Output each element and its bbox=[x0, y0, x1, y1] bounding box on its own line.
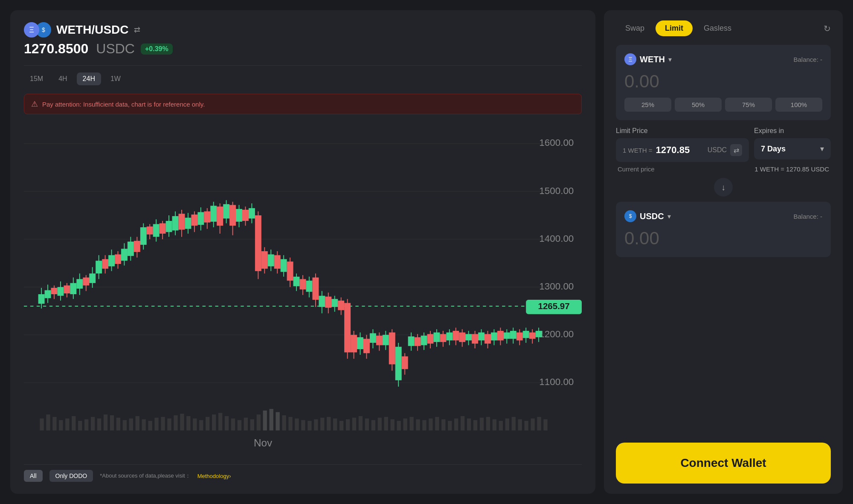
svg-text:1500.00: 1500.00 bbox=[539, 185, 574, 196]
svg-rect-51 bbox=[270, 409, 273, 430]
pct-100-button[interactable]: 100% bbox=[775, 98, 822, 112]
svg-rect-31 bbox=[142, 419, 146, 430]
svg-rect-53 bbox=[282, 415, 286, 431]
chart-svg: 1600.00 1500.00 1400.00 1300.00 1200.00 … bbox=[24, 123, 582, 459]
svg-rect-122 bbox=[121, 249, 128, 261]
svg-rect-170 bbox=[274, 255, 281, 269]
svg-rect-36 bbox=[174, 415, 177, 431]
weth-amount[interactable]: 0.00 bbox=[624, 71, 822, 92]
svg-rect-196 bbox=[357, 337, 363, 349]
svg-rect-75 bbox=[422, 420, 426, 430]
arrow-down-button[interactable]: ↓ bbox=[714, 178, 733, 197]
svg-rect-27 bbox=[116, 418, 120, 431]
pair-swap-icon[interactable]: ⇄ bbox=[134, 25, 140, 35]
svg-rect-22 bbox=[84, 419, 88, 430]
svg-rect-224 bbox=[446, 333, 453, 341]
weth-token-name: WETH bbox=[640, 55, 665, 64]
svg-rect-232 bbox=[472, 334, 478, 343]
current-price-row: Current price 1 WETH = 1270.85 USDC bbox=[616, 165, 831, 173]
svg-rect-52 bbox=[276, 412, 279, 431]
svg-rect-194 bbox=[351, 335, 357, 352]
svg-rect-48 bbox=[250, 419, 254, 430]
price-value: 1270.8500 bbox=[24, 41, 88, 57]
svg-rect-74 bbox=[416, 419, 420, 430]
connect-wallet-button[interactable]: Connect Wallet bbox=[616, 443, 831, 484]
weth-chevron-icon: ▾ bbox=[668, 55, 672, 64]
methodology-link[interactable]: Methodology› bbox=[197, 473, 231, 479]
tf-1w[interactable]: 1W bbox=[104, 72, 127, 85]
limit-value: 1270.85 bbox=[656, 145, 704, 156]
price-currency: USDC bbox=[96, 41, 135, 57]
svg-rect-134 bbox=[160, 223, 166, 234]
svg-rect-61 bbox=[333, 418, 337, 430]
svg-rect-202 bbox=[376, 336, 383, 345]
svg-text:Nov: Nov bbox=[254, 437, 273, 449]
limit-input-box[interactable]: 1 WETH = 1270.85 USDC ⇄ bbox=[616, 138, 749, 162]
current-price-label: Current price bbox=[618, 165, 655, 173]
tabs-row: Swap Limit Gasless ↻ bbox=[616, 20, 831, 36]
limit-swap-button[interactable]: ⇄ bbox=[730, 144, 742, 156]
svg-rect-206 bbox=[389, 333, 395, 365]
svg-rect-124 bbox=[128, 242, 134, 256]
svg-rect-210 bbox=[402, 356, 408, 369]
svg-rect-38 bbox=[186, 416, 190, 431]
svg-rect-24 bbox=[97, 418, 101, 430]
limit-price-label: Limit Price bbox=[616, 127, 749, 135]
expires-select[interactable]: 7 Days ▾ bbox=[754, 138, 831, 159]
svg-rect-220 bbox=[433, 333, 440, 342]
weth-section: Ξ WETH ▾ Balance: - 0.00 25% 50% 75% 100… bbox=[616, 45, 831, 120]
svg-rect-57 bbox=[308, 421, 311, 430]
svg-rect-86 bbox=[493, 419, 496, 430]
eth-icon: Ξ bbox=[24, 22, 39, 38]
usdc-amount[interactable]: 0.00 bbox=[624, 228, 822, 249]
svg-rect-29 bbox=[129, 418, 133, 430]
svg-rect-222 bbox=[440, 334, 446, 342]
expires-col: Expires in 7 Days ▾ bbox=[754, 127, 831, 162]
svg-rect-198 bbox=[363, 339, 370, 353]
tf-15m[interactable]: 15M bbox=[24, 72, 49, 85]
usdc-token-icon: $ bbox=[624, 210, 636, 222]
limit-tab[interactable]: Limit bbox=[656, 20, 693, 36]
swap-tab[interactable]: Swap bbox=[616, 20, 654, 36]
pct-25-button[interactable]: 25% bbox=[624, 98, 671, 112]
limit-row: Limit Price 1 WETH = 1270.85 USDC ⇄ Expi… bbox=[616, 127, 831, 162]
svg-rect-84 bbox=[480, 418, 484, 431]
svg-rect-252 bbox=[536, 331, 542, 337]
price-row: 1270.8500 USDC +0.39% bbox=[24, 41, 582, 57]
gasless-tab[interactable]: Gasless bbox=[694, 20, 741, 36]
svg-rect-110 bbox=[83, 278, 89, 286]
svg-rect-102 bbox=[57, 287, 64, 296]
refresh-icon[interactable]: ↻ bbox=[824, 23, 831, 34]
svg-rect-162 bbox=[249, 208, 255, 218]
svg-rect-150 bbox=[210, 206, 217, 222]
weth-token-selector[interactable]: Ξ WETH ▾ bbox=[624, 53, 672, 65]
svg-rect-138 bbox=[172, 216, 179, 231]
svg-rect-60 bbox=[327, 417, 331, 431]
svg-rect-126 bbox=[134, 241, 140, 252]
usdc-token-selector[interactable]: $ USDC ▾ bbox=[624, 210, 671, 222]
svg-rect-186 bbox=[325, 297, 331, 308]
tf-4h[interactable]: 4H bbox=[52, 72, 73, 85]
svg-rect-218 bbox=[427, 334, 433, 343]
svg-rect-248 bbox=[523, 331, 529, 338]
all-button[interactable]: All bbox=[24, 470, 43, 482]
svg-rect-98 bbox=[45, 290, 51, 298]
svg-rect-88 bbox=[505, 418, 509, 430]
tf-24h[interactable]: 24H bbox=[77, 72, 101, 85]
svg-rect-226 bbox=[453, 331, 459, 340]
weth-pct-buttons: 25% 50% 75% 100% bbox=[624, 98, 822, 112]
svg-rect-64 bbox=[352, 418, 356, 431]
svg-rect-142 bbox=[185, 218, 191, 229]
svg-rect-130 bbox=[147, 226, 153, 235]
pct-50-button[interactable]: 50% bbox=[675, 98, 722, 112]
only-dodo-button[interactable]: Only DODO bbox=[49, 470, 93, 482]
svg-rect-132 bbox=[153, 224, 160, 237]
svg-rect-30 bbox=[136, 416, 139, 431]
usdc-section: $ USDC ▾ Balance: - 0.00 bbox=[616, 202, 831, 257]
weth-header: Ξ WETH ▾ Balance: - bbox=[624, 53, 822, 65]
svg-rect-34 bbox=[161, 417, 165, 431]
svg-rect-160 bbox=[242, 210, 249, 221]
right-panel: Swap Limit Gasless ↻ Ξ WETH ▾ Balance: -… bbox=[604, 10, 843, 494]
pct-75-button[interactable]: 75% bbox=[725, 98, 772, 112]
svg-rect-146 bbox=[197, 212, 204, 225]
